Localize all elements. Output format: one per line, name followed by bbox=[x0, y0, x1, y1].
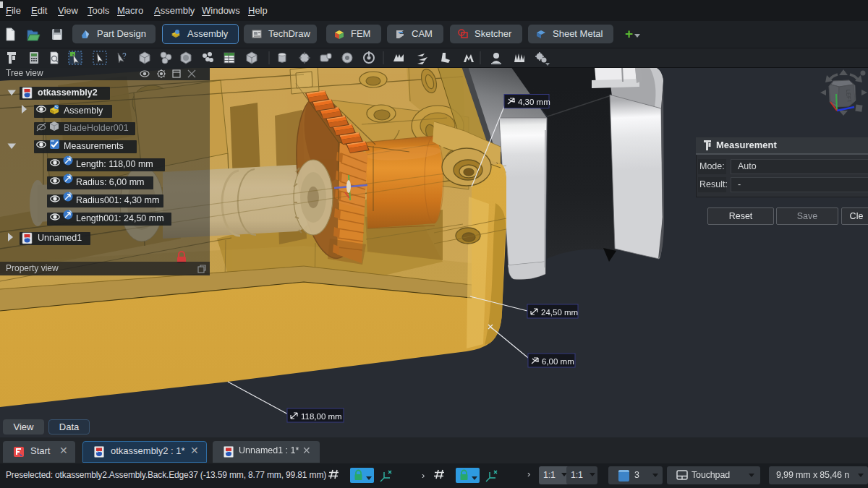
svg-text:›: › bbox=[422, 470, 425, 481]
svg-text:118,00 mm: 118,00 mm bbox=[301, 412, 342, 421]
svg-text:6,00 mm: 6,00 mm bbox=[542, 357, 574, 366]
svg-text:24,50 mm: 24,50 mm bbox=[541, 308, 578, 317]
svg-text:4,30 mm: 4,30 mm bbox=[518, 98, 550, 106]
svg-text:?: ? bbox=[122, 52, 127, 60]
svg-text:LEFT: LEFT bbox=[845, 89, 853, 103]
